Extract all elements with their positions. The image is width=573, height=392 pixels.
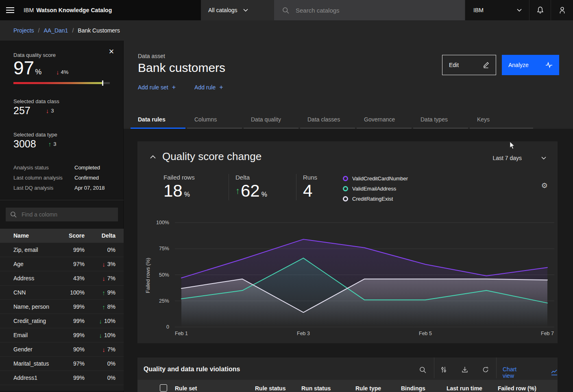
analyze-button[interactable]: Analyze — [502, 55, 559, 75]
stat-unit: % — [184, 191, 190, 198]
cell-delta: ↓3% — [85, 261, 115, 267]
add-rule-set-link[interactable]: Add rule set + — [138, 84, 176, 91]
filter-adjust-icon[interactable] — [438, 364, 449, 375]
time-range-dropdown[interactable]: Last 7 days — [492, 155, 546, 161]
legend-ring-icon — [343, 186, 348, 191]
account-dropdown[interactable]: IBM — [465, 0, 529, 20]
detail-value: Apr 07, 2018 — [74, 185, 105, 191]
cell-score: 97% — [61, 261, 85, 267]
legend-ring-icon — [343, 176, 348, 181]
cell-delta: 0% — [85, 360, 115, 367]
asset-type-label: Data asset — [138, 53, 165, 59]
table-row[interactable]: Age 97% ↓3% — [0, 257, 124, 271]
cell-delta: ↑9% — [85, 289, 115, 296]
tab-data-rules[interactable]: Data rules — [131, 114, 185, 129]
tab-data-types[interactable]: Data types — [413, 114, 468, 129]
header-delta: Delta — [85, 232, 115, 239]
select-all-checkbox[interactable] — [160, 384, 167, 392]
quality-gradient-bar — [13, 82, 110, 84]
cell-delta: ↓7% — [85, 346, 115, 353]
svg-text:Feb 7: Feb 7 — [541, 331, 554, 336]
download-icon[interactable] — [460, 364, 470, 375]
add-rule-link[interactable]: Add rule + — [194, 84, 223, 91]
quality-sidebar: × Data quality score 97 % ↓ 4% Selected … — [0, 41, 124, 392]
search-input[interactable] — [295, 6, 443, 14]
user-profile-button[interactable] — [551, 0, 573, 20]
divider — [434, 357, 434, 378]
table-row[interactable]: Email 99% ↓10% — [0, 328, 124, 342]
quality-score-value: 97 % — [13, 58, 41, 78]
table-row[interactable]: Credit_rating 99% ↓10% — [0, 314, 124, 328]
chevron-down-icon — [517, 9, 522, 12]
delta-arrow-icon: ↓ — [102, 347, 105, 353]
restart-icon[interactable] — [480, 364, 491, 375]
cell-name: Email — [13, 332, 61, 338]
divider — [496, 357, 497, 378]
collapse-chevron-up-icon[interactable] — [149, 153, 157, 161]
table-row-partial — [0, 385, 124, 391]
search-icon[interactable] — [417, 364, 428, 375]
legend-item-valid-email[interactable]: ValidEmailAddress — [343, 186, 408, 192]
tab-columns[interactable]: Columns — [187, 114, 242, 129]
cell-score: 99% — [61, 332, 85, 338]
breadcrumb-separator: / — [72, 27, 74, 34]
close-icon[interactable]: × — [106, 46, 117, 57]
detail-label: Last DQ analysis — [13, 185, 74, 191]
chart-view-toggle[interactable]: Chart view — [503, 366, 558, 379]
violations-table-header: Rule set Rule status Run status Rule typ… — [137, 380, 558, 392]
catalog-selector-dropdown[interactable]: All catalogs — [201, 0, 274, 20]
hamburger-menu-icon[interactable] — [0, 0, 20, 20]
data-class-delta: ↓ 3 — [46, 108, 54, 114]
breadcrumb-project[interactable]: AA_Dan1 — [44, 27, 68, 34]
delta-value: 3% — [107, 261, 115, 267]
delta-value: 0% — [107, 247, 115, 253]
cell-name: Zip, email — [13, 247, 61, 253]
table-row[interactable]: Address 43% ↓7% — [0, 271, 124, 285]
edit-button[interactable]: Edit — [442, 55, 496, 75]
quality-score-delta: ↓ 4% — [56, 69, 68, 75]
cell-score: 99% — [61, 247, 85, 253]
table-row[interactable]: CNN 100% ↑9% — [0, 285, 124, 299]
table-row[interactable]: Gender 90% ↓7% — [0, 342, 124, 356]
tab-keys[interactable]: Keys — [470, 114, 533, 129]
catalog-search — [274, 0, 465, 20]
header-score: Score — [61, 232, 85, 239]
top-nav: IBM Watson Knowledge Catalog All catalog… — [0, 0, 573, 20]
cell-score: 100% — [61, 289, 85, 296]
cell-score: 99% — [61, 303, 85, 310]
table-row[interactable]: Marital_status 97% 0% — [0, 356, 124, 370]
svg-text:50%: 50% — [159, 272, 169, 278]
delta-value: 9% — [107, 289, 115, 296]
brand-name: Watson Knowledge Catalog — [36, 7, 112, 13]
rule-links: Add rule set + Add rule + — [138, 84, 223, 91]
table-row[interactable]: Name, person 99% ↑8% — [0, 299, 124, 314]
delta-value: 10% — [104, 318, 115, 324]
cell-name: Gender — [13, 346, 61, 353]
table-row[interactable]: Zip, email 99% 0% — [0, 243, 124, 257]
gear-icon[interactable]: ⚙ — [541, 181, 548, 190]
notifications-button[interactable] — [529, 0, 551, 20]
legend-item-credit-rating[interactable]: CreditRatingExist — [343, 196, 408, 202]
stat-label: Failed rows — [163, 174, 218, 181]
chart-legend: ValidCreditCardNumber ValidEmailAddress … — [343, 175, 408, 202]
plus-icon: + — [219, 84, 223, 91]
cell-delta: ↓10% — [85, 332, 115, 338]
data-class-label: Selected data class — [13, 98, 59, 104]
delta-down-arrow-icon: ↓ — [56, 69, 59, 75]
tab-governance[interactable]: Governance — [357, 114, 412, 129]
chart-stats: Failed rows 18 % Delta ↑ 62 % Runs 4 — [163, 174, 335, 200]
breadcrumb-projects[interactable]: Projects — [13, 27, 34, 34]
chevron-down-icon — [243, 9, 248, 12]
stat-runs: Runs 4 — [296, 174, 335, 200]
legend-item-valid-credit-card[interactable]: ValidCreditCardNumber — [343, 175, 408, 182]
tab-data-quality[interactable]: Data quality — [244, 114, 298, 129]
data-type-value: 3008 ↑ 3 — [13, 138, 56, 150]
svg-text:Failed rows (%): Failed rows (%) — [145, 258, 151, 293]
add-rule-set-label: Add rule set — [138, 84, 168, 91]
cell-name: Address — [13, 275, 61, 282]
table-row[interactable]: Address1 99% 0% — [0, 370, 124, 385]
tab-data-classes[interactable]: Data classes — [300, 114, 355, 129]
analyze-button-label: Analyze — [508, 62, 529, 68]
table-header: Name Score Delta — [0, 229, 124, 243]
find-column-input[interactable] — [21, 211, 112, 218]
